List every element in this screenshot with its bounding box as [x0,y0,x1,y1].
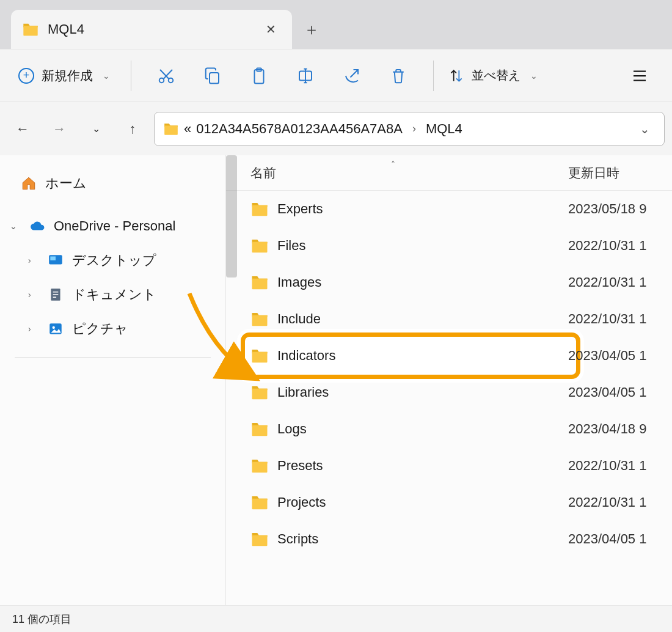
sidebar-label: OneDrive - Personal [54,218,175,234]
sidebar-label: ドキュメント [72,285,156,304]
breadcrumb-item[interactable]: 012A34A5678A0123AA456A7A8A [196,121,403,137]
column-headers: 名前 ˄ 更新日時 [226,155,672,191]
cut-button[interactable] [146,59,186,92]
sidebar-item-home[interactable]: ホーム [0,166,225,200]
folder-date: 2022/10/31 1 [568,238,646,254]
folder-row[interactable]: Libraries2023/04/05 1 [226,374,672,411]
folder-row[interactable]: Indicators2023/04/05 1 [226,337,672,374]
separator [131,61,131,91]
list-icon [630,67,649,85]
folder-icon [250,420,269,438]
rename-button[interactable] [285,59,326,92]
folder-icon [250,200,269,218]
folder-name: Indicators [277,348,335,364]
folder-icon [250,310,269,328]
sidebar-item-documents[interactable]: › ドキュメント [0,277,225,312]
folder-row[interactable]: Experts2023/05/18 9 [226,191,672,227]
sidebar-item-desktop[interactable]: › デスクトップ [0,243,225,277]
share-icon [343,67,361,85]
svg-point-0 [159,78,164,83]
folder-row[interactable]: Images2022/10/31 1 [226,264,672,301]
folder-icon [163,121,179,137]
share-button[interactable] [332,59,372,92]
sort-button[interactable]: 並べ替え ⌄ [448,67,538,84]
folder-name: Experts [277,201,323,217]
sidebar-item-onedrive[interactable]: ⌄ OneDrive - Personal [0,209,225,243]
folder-name: Logs [277,421,307,437]
folder-row[interactable]: Scripts2023/04/05 1 [226,521,672,557]
chevron-right-icon[interactable]: › [28,324,39,334]
scrollbar[interactable] [226,155,237,277]
breadcrumb-overflow[interactable]: « [184,121,191,137]
file-list-pane: 名前 ˄ 更新日時 Experts2023/05/18 9Files2022/1… [226,155,672,605]
folder-icon [250,493,269,512]
folder-row[interactable]: Files2022/10/31 1 [226,227,672,264]
folder-icon [250,347,269,365]
folder-date: 2023/04/05 1 [568,531,646,547]
tab-bar: MQL4 ✕ ＋ [0,0,672,49]
folder-name: Projects [277,494,326,510]
chevron-right-icon[interactable]: › [28,255,39,265]
home-icon [21,175,37,191]
folder-date: 2023/04/18 9 [568,421,646,437]
picture-icon [48,321,64,337]
clipboard-icon [250,67,268,85]
up-button[interactable]: ↑ [117,114,148,144]
folder-date: 2022/10/31 1 [568,274,646,290]
chevron-down-icon: ⌄ [103,71,110,81]
folder-icon [250,273,269,292]
folder-name: Scripts [277,531,318,547]
folder-icon [250,457,269,475]
svg-rect-7 [50,257,56,261]
paste-button[interactable] [239,59,279,92]
column-header-name[interactable]: 名前 ˄ [250,164,568,182]
folder-row[interactable]: Presets2022/10/31 1 [226,447,672,484]
close-tab-button[interactable]: ✕ [260,19,281,40]
desktop-icon [48,252,64,268]
folder-row[interactable]: Include2022/10/31 1 [226,301,672,337]
chevron-down-icon[interactable]: ⌄ [10,221,21,231]
address-history-button[interactable]: ⌄ [634,118,656,140]
view-button[interactable] [619,59,660,92]
folder-row[interactable]: Logs2023/04/18 9 [226,411,672,447]
cloud-icon [29,218,45,234]
breadcrumb-item[interactable]: MQL4 [426,121,462,137]
new-tab-button[interactable]: ＋ [292,10,331,49]
folder-date: 2023/05/18 9 [568,201,646,217]
folder-icon [22,21,39,38]
folder-name: Images [277,274,321,290]
folder-date: 2023/04/05 1 [568,384,646,400]
rename-icon [296,67,315,85]
folder-name: Files [277,238,305,254]
main-content: ホーム ⌄ OneDrive - Personal › デスクトップ › ドキュ… [0,155,672,605]
address-bar[interactable]: « 012A34A5678A0123AA456A7A8A › MQL4 ⌄ [154,112,665,146]
sidebar-label: デスクトップ [72,251,156,270]
sidebar-item-pictures[interactable]: › ピクチャ [0,312,225,346]
folder-name: Libraries [277,384,329,400]
copy-icon [203,67,222,85]
back-button[interactable]: ← [7,114,38,144]
folder-date: 2022/10/31 1 [568,311,646,327]
chevron-right-icon[interactable]: › [28,290,39,299]
sidebar-label: ピクチャ [72,320,128,338]
folder-date: 2022/10/31 1 [568,458,646,474]
toolbar: + 新規作成 ⌄ [0,49,672,101]
copy-button[interactable] [192,59,233,92]
folder-date: 2022/10/31 1 [568,494,646,510]
column-header-date[interactable]: 更新日時 [568,164,619,182]
recent-button[interactable]: ⌄ [81,114,111,144]
forward-button[interactable]: → [44,114,75,144]
chevron-down-icon: ⌄ [530,71,538,81]
sort-icon [448,68,464,84]
new-label: 新規作成 [42,67,93,84]
delete-button[interactable] [378,59,418,92]
folder-date: 2023/04/05 1 [568,348,646,364]
folder-row[interactable]: Projects2022/10/31 1 [226,484,672,521]
tab-current[interactable]: MQL4 ✕ [11,10,292,49]
sidebar-label: ホーム [45,174,87,193]
status-bar: 11 個の項目 [0,605,672,632]
sort-label: 並べ替え [472,67,520,84]
scissors-icon [157,67,175,85]
new-button[interactable]: + 新規作成 ⌄ [12,62,116,89]
navigation-sidebar: ホーム ⌄ OneDrive - Personal › デスクトップ › ドキュ… [0,155,226,605]
